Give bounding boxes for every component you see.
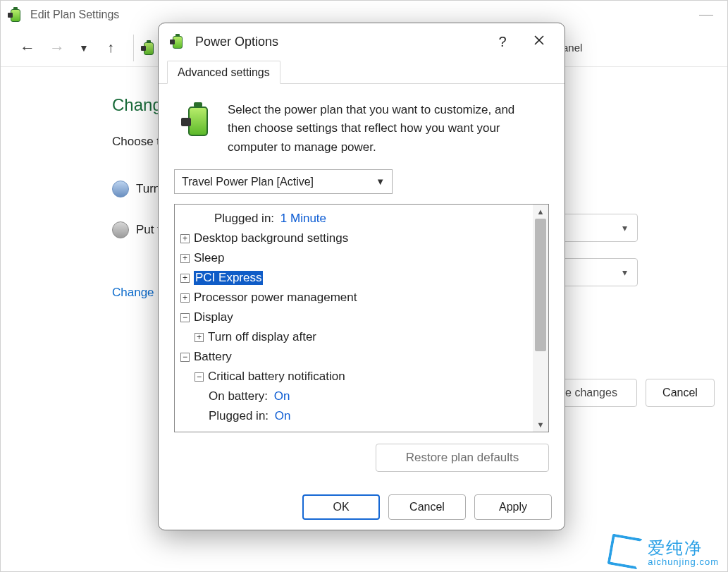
tree-label: Desktop background settings (194, 231, 348, 245)
breadcrumb[interactable] (133, 35, 158, 61)
tree-label: Critical battery notification (208, 370, 345, 384)
scroll-down-icon[interactable]: ▼ (533, 418, 548, 432)
cancel-button-bg[interactable]: Cancel (646, 379, 715, 407)
nav-up-icon[interactable]: ↑ (101, 39, 121, 56)
row-turn-label: Turn (136, 182, 160, 196)
dlg-intro: Select the power plan that you want to c… (174, 97, 549, 169)
chevron-down-icon: ▾ (622, 267, 627, 278)
dlg-title: Power Options (195, 35, 278, 49)
display-icon (112, 181, 129, 197)
minimize-icon[interactable] (699, 15, 713, 16)
tree-label: Battery (194, 350, 232, 364)
watermark-en: aichunjing.com (648, 556, 719, 567)
collapse-icon[interactable]: − (180, 353, 190, 362)
dlg-footer: OK Cancel Apply (159, 485, 564, 530)
tree-label: Processor power management (194, 291, 357, 305)
dlg-intro-text: Select the power plan that you want to c… (228, 101, 524, 157)
tree-item-desktop-bg[interactable]: + Desktop background settings (175, 229, 533, 248)
tree-item-processor[interactable]: + Processor power management (175, 288, 533, 308)
tree-item-pci-express[interactable]: + PCI Express (175, 268, 533, 288)
expand-icon[interactable]: + (180, 254, 190, 263)
tree-value: On (275, 409, 291, 423)
tree-item-plugged-in[interactable]: Plugged in: 1 Minute (175, 209, 533, 229)
collapse-icon[interactable]: − (180, 313, 190, 322)
power-options-dialog: Power Options ? Advanced settings Select… (158, 23, 565, 530)
settings-tree: Plugged in: 1 Minute + Desktop backgroun… (174, 204, 549, 432)
breadcrumb-fragment: anel (562, 42, 582, 54)
tree-label: Display (194, 310, 233, 324)
battery-icon (8, 6, 25, 23)
scroll-up-icon[interactable]: ▲ (533, 205, 548, 219)
tree-item-battery[interactable]: − Battery (175, 347, 533, 367)
bg-button-row: e changes Cancel (545, 379, 715, 407)
expand-icon[interactable]: + (180, 293, 190, 303)
tree-label: Plugged in: (209, 409, 269, 423)
restore-row: Restore plan defaults (174, 432, 549, 476)
restore-defaults-button[interactable]: Restore plan defaults (376, 444, 549, 472)
tree-item-display[interactable]: − Display (175, 308, 533, 327)
tree-label-selected: PCI Express (194, 271, 263, 285)
row-sleep-label: Put t (136, 223, 161, 237)
nav-history-chevron-icon[interactable]: ▼ (77, 42, 91, 54)
tree-item-plugged-in-2[interactable]: Plugged in: On (175, 406, 533, 426)
chevron-down-icon: ▼ (376, 176, 385, 187)
watermark-logo-icon (607, 534, 643, 570)
tree-scrollbar[interactable]: ▲ ▼ (533, 205, 548, 432)
chevron-down-icon: ▾ (622, 222, 627, 233)
tree-label: Sleep (194, 251, 224, 265)
change-advanced-link[interactable]: Change a (112, 286, 164, 300)
tree-label: Turn off display after (208, 330, 316, 344)
cancel-button[interactable]: Cancel (388, 494, 466, 520)
scroll-thumb[interactable] (535, 219, 546, 351)
expand-icon[interactable]: + (195, 333, 204, 342)
dlg-tabs: Advanced settings (159, 60, 564, 84)
help-icon[interactable]: ? (488, 34, 517, 50)
battery-icon (141, 39, 158, 56)
tree-item-on-battery[interactable]: On battery: On (175, 387, 533, 406)
power-plan-selected: Travel Power Plan [Active] (182, 176, 314, 188)
expand-icon[interactable]: + (180, 274, 190, 283)
sleep-icon (112, 221, 129, 238)
dlg-body: Select the power plan that you want to c… (159, 84, 564, 485)
tree-viewport: Plugged in: 1 Minute + Desktop backgroun… (175, 205, 533, 432)
battery-icon (170, 33, 187, 50)
tree-label: On battery: (209, 389, 268, 403)
battery-icon-large (181, 101, 215, 140)
apply-button[interactable]: Apply (474, 494, 552, 520)
expand-icon[interactable]: + (180, 234, 190, 243)
dlg-titlebar: Power Options ? (159, 23, 564, 60)
tab-advanced-settings[interactable]: Advanced settings (167, 61, 280, 84)
nav-back-icon[interactable]: ← (18, 39, 37, 57)
tree-item-turn-off-display[interactable]: + Turn off display after (175, 327, 533, 347)
bg-window-title: Edit Plan Settings (30, 8, 119, 21)
tree-value: On (274, 389, 290, 403)
power-plan-select[interactable]: Travel Power Plan [Active] ▼ (174, 169, 393, 194)
tree-item-critical-notif[interactable]: − Critical battery notification (175, 367, 533, 387)
nav-forward-icon[interactable]: → (47, 39, 67, 57)
ok-button[interactable]: OK (302, 494, 380, 520)
collapse-icon[interactable]: − (195, 372, 204, 382)
close-icon[interactable] (525, 35, 553, 49)
tree-value: 1 Minute (280, 212, 326, 226)
watermark: 爱纯净 aichunjing.com (610, 536, 719, 567)
tree-label: Plugged in: (214, 212, 274, 226)
tree-item-sleep[interactable]: + Sleep (175, 248, 533, 268)
